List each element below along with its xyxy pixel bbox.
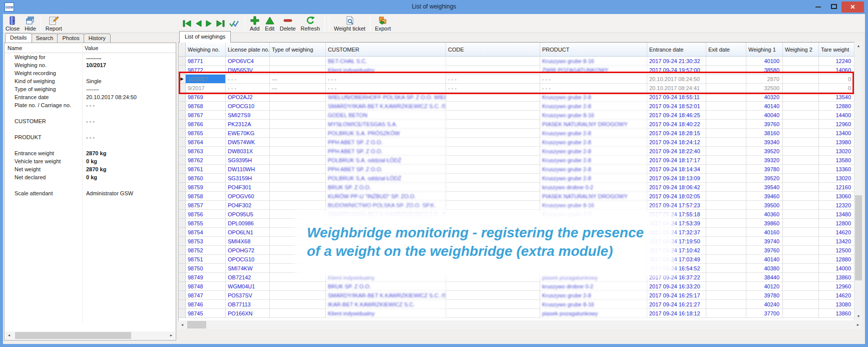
cell-entrance[interactable]: 2017 09-24 16:25:17: [647, 291, 706, 300]
cell-w2[interactable]: [783, 255, 819, 264]
cell-product[interactable]: kruszywo drobne 0-2: [540, 282, 647, 291]
cell-w1[interactable]: 39760: [746, 120, 783, 129]
cell-w1[interactable]: 39500: [746, 201, 783, 210]
cell-plate[interactable]: PO4F301: [226, 183, 270, 192]
cell-no[interactable]: 98745: [186, 309, 226, 318]
cell-w2[interactable]: [783, 156, 819, 165]
cell-plate[interactable]: SMI27S9: [226, 111, 270, 120]
cell-exit[interactable]: [706, 174, 746, 183]
cell-exit[interactable]: [706, 156, 746, 165]
cell-customer[interactable]: - - -: [326, 84, 446, 93]
table-row[interactable]: 98772DW5653VKlient indywidualnyŻWIR POZA…: [179, 66, 862, 75]
cell-code[interactable]: [446, 57, 540, 66]
cell-no[interactable]: 98765: [186, 129, 226, 138]
cell-exit[interactable]: [706, 192, 746, 201]
cell-exit[interactable]: [706, 57, 746, 66]
table-row[interactable]: 98761DW110WHPPH ABET SP. Z O.O.Kruszywo …: [179, 165, 862, 174]
cell-product[interactable]: Kruszywo grube 8-16: [540, 111, 647, 120]
cell-code[interactable]: [446, 174, 540, 183]
hide-button[interactable]: Hide: [22, 15, 39, 33]
cell-w1[interactable]: 40040: [746, 111, 783, 120]
cell-no[interactable]: 10/2017: [186, 75, 226, 84]
cell-exit[interactable]: [706, 201, 746, 210]
cell-plate[interactable]: OPO2AJ2: [226, 93, 270, 102]
cell-type[interactable]: [270, 66, 326, 75]
cell-tare[interactable]: 12500: [819, 246, 854, 255]
close-window-button[interactable]: ✕: [841, 2, 864, 13]
tab-history[interactable]: History: [84, 34, 111, 43]
cell-entrance[interactable]: 2017 09-24 16:21:27: [647, 300, 706, 309]
cell-type[interactable]: ---: [270, 75, 326, 84]
cell-entrance[interactable]: 2017 09-24 21:30:32: [647, 57, 706, 66]
cell-w2[interactable]: [783, 84, 819, 93]
cell-tare[interactable]: 12800: [819, 219, 854, 228]
cell-w1[interactable]: 38160: [746, 129, 783, 138]
cell-exit[interactable]: [706, 138, 746, 147]
next-record-icon[interactable]: [206, 19, 212, 29]
delete-button[interactable]: Delete: [277, 15, 298, 33]
column-header[interactable]: CUSTOMER: [326, 43, 446, 57]
cell-w2[interactable]: [783, 228, 819, 237]
cell-entrance[interactable]: 2017 09-24 18:46:25: [647, 111, 706, 120]
column-header[interactable]: CODE: [446, 43, 540, 57]
cell-w2[interactable]: [783, 273, 819, 282]
cell-no[interactable]: 98757: [186, 201, 226, 210]
cell-tare[interactable]: 14620: [819, 228, 854, 237]
cell-exit[interactable]: [706, 264, 746, 273]
column-header[interactable]: Weighing no.: [186, 43, 226, 57]
cell-customer[interactable]: GODEL BETON: [326, 111, 446, 120]
cell-plate[interactable]: OPO6LN1: [226, 228, 270, 237]
cell-code[interactable]: [446, 66, 540, 75]
cell-code[interactable]: [446, 93, 540, 102]
cell-customer[interactable]: SMARDY/IKAR-BET K.KAWRZKIEWICZ S.C. /SMA…: [326, 102, 446, 111]
table-row[interactable]: 98745PO166XNKlient indywidualnypiasek po…: [179, 309, 862, 318]
cell-w1[interactable]: 39520: [746, 147, 783, 156]
cell-w2[interactable]: [783, 174, 819, 183]
table-row[interactable]: 98765EWE70KGPOLBRUK S.A. PRÓSZKÓWKruszyw…: [179, 129, 862, 138]
cell-w2[interactable]: [783, 291, 819, 300]
grid-horizontal-scrollbar[interactable]: ◄ ►: [178, 320, 862, 329]
cell-w1[interactable]: 39520: [746, 174, 783, 183]
cell-code[interactable]: [446, 102, 540, 111]
cell-no[interactable]: 98772: [186, 66, 226, 75]
cell-plate[interactable]: OPOCG10: [226, 102, 270, 111]
cell-w2[interactable]: [783, 237, 819, 246]
cell-product[interactable]: Kruszywo grube 8-16: [540, 201, 647, 210]
cell-w2[interactable]: [783, 111, 819, 120]
table-row[interactable]: 98758OPOGV60KURÓW PP-U "INŻBUD" SP. ZO.O…: [179, 192, 862, 201]
cell-customer[interactable]: IKAR-BET K.KAWRZKIEWICZ S.C.: [326, 300, 446, 309]
cell-plate[interactable]: - - -: [226, 75, 270, 84]
cell-entrance[interactable]: 2017 09-24 16:18:12: [647, 309, 706, 318]
scrollbar-thumb[interactable]: [187, 321, 206, 328]
cell-entrance[interactable]: 2017 09-24 18:22:40: [647, 147, 706, 156]
cell-type[interactable]: [270, 201, 326, 210]
cell-product[interactable]: piasek pozagatunkowy: [540, 273, 647, 282]
cell-w1[interactable]: 39860: [746, 219, 783, 228]
scroll-right-icon[interactable]: ►: [167, 331, 175, 339]
cell-code[interactable]: [446, 309, 540, 318]
cell-plate[interactable]: PO166XN: [226, 309, 270, 318]
cell-plate[interactable]: EWE70KG: [226, 129, 270, 138]
cell-customer[interactable]: KURÓW PP-U "INŻBUD" SP. ZO.O.: [326, 192, 446, 201]
weight-ticket-button[interactable]: Weight ticket: [331, 15, 368, 33]
cell-exit[interactable]: [706, 147, 746, 156]
cell-type[interactable]: [270, 93, 326, 102]
cell-code[interactable]: [446, 291, 540, 300]
cell-product[interactable]: Kruszywo grube 2-8: [540, 291, 647, 300]
cell-type[interactable]: [270, 111, 326, 120]
cell-exit[interactable]: [706, 93, 746, 102]
cell-product[interactable]: - - -: [540, 84, 647, 93]
cell-w1[interactable]: 2870: [746, 75, 783, 84]
maximize-button[interactable]: [831, 4, 837, 9]
column-header[interactable]: Exit date: [706, 43, 746, 57]
cell-no[interactable]: 98749: [186, 273, 226, 282]
cell-entrance[interactable]: 2017 09-24 19:57:00: [647, 66, 706, 75]
cell-tare[interactable]: 13400: [819, 129, 854, 138]
cell-entrance[interactable]: 2017 09-24 18:55:11: [647, 93, 706, 102]
cell-customer[interactable]: Klient indywidualny: [326, 66, 446, 75]
cell-w1[interactable]: 40140: [746, 102, 783, 111]
table-row[interactable]: 98762SG9395HPOLBRUK S.A. oddział ŁÓDŹKru…: [179, 156, 862, 165]
cell-type[interactable]: [270, 174, 326, 183]
cell-no[interactable]: 98754: [186, 228, 226, 237]
cell-no[interactable]: 98766: [186, 120, 226, 129]
